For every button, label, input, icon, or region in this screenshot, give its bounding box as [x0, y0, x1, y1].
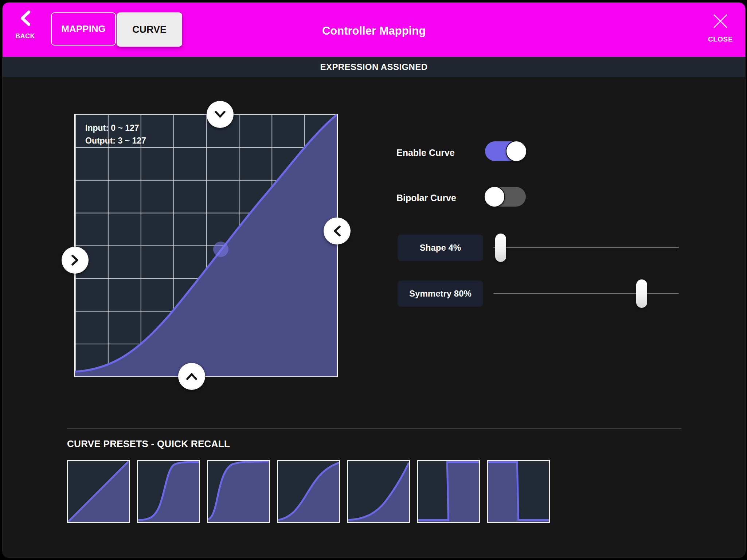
output-range-label: Output: 3 ~ 127	[85, 134, 146, 147]
preset-ease-in-out[interactable]	[277, 460, 340, 523]
preset-exponential-thumbnail	[348, 461, 409, 522]
chevron-left-icon	[18, 10, 32, 27]
status-text: EXPRESSION ASSIGNED	[320, 62, 428, 72]
curve-plot	[75, 114, 337, 376]
preset-sigmoid-late[interactable]	[137, 460, 200, 523]
curve-control-point[interactable]	[213, 242, 228, 257]
back-button[interactable]: BACK	[11, 10, 40, 40]
preset-step-down-thumbnail	[488, 461, 549, 522]
close-button[interactable]: CLOSE	[703, 12, 738, 43]
input-range-label: Input: 0 ~ 127	[85, 122, 146, 134]
nudge-output-max-button[interactable]	[207, 101, 234, 128]
preset-linear-thumbnail	[68, 461, 129, 522]
chevron-up-icon	[185, 372, 198, 380]
shape-value-label: Shape 4%	[420, 243, 461, 253]
enable-curve-toggle[interactable]	[485, 141, 526, 161]
chevron-down-icon	[214, 110, 226, 118]
enable-curve-label: Enable Curve	[396, 148, 455, 158]
range-readout: Input: 0 ~ 127 Output: 3 ~ 127	[85, 122, 146, 147]
nudge-output-min-button[interactable]	[178, 363, 205, 390]
bipolar-curve-label: Bipolar Curve	[396, 193, 456, 203]
toggle-knob	[484, 186, 505, 207]
preset-exponential[interactable]	[347, 460, 410, 523]
curve-fill	[75, 114, 337, 376]
x-icon	[711, 12, 730, 30]
symmetry-slider-track[interactable]	[493, 293, 679, 294]
nudge-input-max-button[interactable]	[324, 218, 351, 244]
symmetry-value-box: Symmetry 80%	[398, 281, 483, 307]
preset-sigmoid-early-thumbnail	[208, 461, 269, 522]
symmetry-value-label: Symmetry 80%	[409, 289, 472, 299]
header: BACK MAPPING CURVE Controller Mapping CL…	[3, 3, 745, 57]
tab-curve-label: CURVE	[132, 24, 167, 35]
curve-editor-grid: Input: 0 ~ 127 Output: 3 ~ 127	[74, 114, 338, 377]
shape-slider-track[interactable]	[493, 247, 679, 248]
preset-linear[interactable]	[67, 460, 130, 523]
preset-step-up[interactable]	[417, 460, 480, 523]
section-divider	[67, 428, 681, 429]
bipolar-curve-toggle[interactable]	[485, 187, 526, 207]
toggle-knob	[506, 141, 527, 162]
close-label: CLOSE	[703, 35, 738, 43]
presets-title: CURVE PRESETS - QUICK RECALL	[67, 438, 230, 450]
preset-sigmoid-late-thumbnail	[138, 461, 199, 522]
back-label: BACK	[11, 32, 40, 40]
preset-ease-in-out-thumbnail	[278, 461, 339, 522]
preset-step-up-thumbnail	[418, 461, 479, 522]
nudge-input-min-button[interactable]	[62, 247, 89, 274]
tab-curve[interactable]: CURVE	[117, 12, 182, 47]
shape-slider-thumb[interactable]	[495, 234, 506, 262]
status-bar: EXPRESSION ASSIGNED	[3, 57, 745, 77]
preset-step-down[interactable]	[487, 460, 550, 523]
chevron-right-icon	[71, 254, 79, 266]
chevron-left-icon	[333, 225, 341, 237]
tab-mapping-label: MAPPING	[61, 23, 105, 35]
symmetry-slider-thumb[interactable]	[636, 279, 647, 308]
tab-mapping[interactable]: MAPPING	[51, 12, 116, 46]
preset-sigmoid-early[interactable]	[207, 460, 270, 523]
controller-mapping-modal: BACK MAPPING CURVE Controller Mapping CL…	[2, 2, 746, 558]
shape-value-box: Shape 4%	[398, 235, 483, 261]
